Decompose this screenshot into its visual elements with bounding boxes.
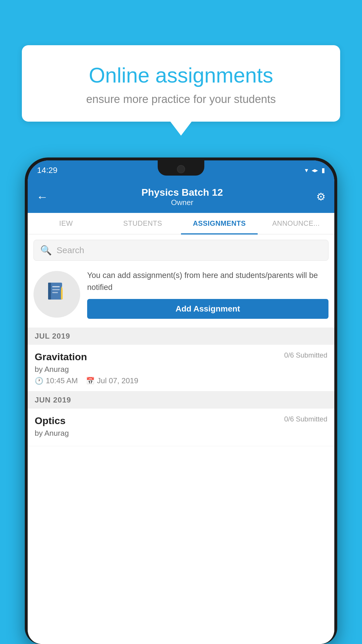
search-placeholder: Search: [57, 245, 84, 255]
signal-icon: ◂▸: [312, 167, 318, 174]
date-value: Jul 07, 2019: [97, 376, 138, 385]
promo-right: You can add assignment(s) from here and …: [87, 270, 328, 319]
time-value: 10:45 AM: [46, 376, 78, 385]
svg-rect-4: [52, 292, 58, 293]
owner-label: Owner: [141, 198, 223, 207]
add-assignment-promo: You can add assignment(s) from here and …: [34, 266, 328, 322]
search-bar[interactable]: 🔍 Search: [34, 240, 328, 261]
notebook-icon: [45, 280, 68, 308]
battery-icon: ▮: [321, 167, 325, 174]
assignment-item-optics[interactable]: Optics 0/6 Submitted by Anurag: [28, 409, 334, 446]
speech-bubble-subtitle: ensure more practice for your students: [42, 93, 320, 106]
scroll-content[interactable]: 🔍 Search: [28, 235, 334, 644]
status-time: 14:29: [37, 166, 57, 175]
assignment-item-gravitation[interactable]: Gravitation 0/6 Submitted by Anurag 🕐 10…: [28, 345, 334, 391]
app-content: 14:29 ▾ ◂▸ ▮ ← Physics Batch 12 Owner ⚙: [28, 160, 334, 644]
assignment-submitted-optics: 0/6 Submitted: [284, 415, 327, 423]
tab-iew[interactable]: IEW: [28, 213, 104, 234]
tab-assignments[interactable]: ASSIGNMENTS: [181, 213, 258, 234]
assignment-time: 🕐 10:45 AM: [35, 376, 78, 385]
section-header-jun: JUN 2019: [28, 391, 334, 409]
status-icons: ▾ ◂▸ ▮: [305, 167, 325, 174]
svg-rect-3: [52, 289, 60, 290]
promo-text: You can add assignment(s) from here and …: [87, 270, 328, 293]
speech-bubble: Online assignments ensure more practice …: [22, 45, 340, 122]
speech-bubble-container: Online assignments ensure more practice …: [22, 45, 340, 122]
assignment-meta-gravitation: 🕐 10:45 AM 📅 Jul 07, 2019: [35, 376, 327, 385]
speech-bubble-title: Online assignments: [42, 63, 320, 88]
clock-icon: 🕐: [35, 377, 43, 385]
back-button[interactable]: ←: [36, 190, 48, 204]
camera: [177, 165, 185, 173]
assignment-submitted-gravitation: 0/6 Submitted: [284, 351, 327, 359]
calendar-icon: 📅: [86, 377, 95, 385]
batch-title: Physics Batch 12: [141, 187, 223, 198]
app-header: ← Physics Batch 12 Owner ⚙: [28, 180, 334, 213]
search-icon: 🔍: [40, 245, 52, 256]
phone-inner: 14:29 ▾ ◂▸ ▮ ← Physics Batch 12 Owner ⚙: [28, 160, 334, 644]
assignment-date: 📅 Jul 07, 2019: [86, 376, 138, 385]
phone-frame: 14:29 ▾ ◂▸ ▮ ← Physics Batch 12 Owner ⚙: [25, 158, 337, 644]
tabs-bar: IEW STUDENTS ASSIGNMENTS ANNOUNCE...: [28, 213, 334, 235]
add-assignment-button[interactable]: Add Assignment: [87, 299, 328, 319]
svg-rect-5: [61, 289, 63, 300]
svg-rect-2: [52, 286, 60, 287]
assignment-by-gravitation: by Anurag: [35, 365, 327, 374]
wifi-icon: ▾: [305, 167, 308, 174]
assignment-title-optics: Optics: [35, 415, 66, 426]
settings-button[interactable]: ⚙: [316, 191, 326, 203]
phone-notch: [158, 160, 204, 176]
assignment-by-optics: by Anurag: [35, 429, 327, 438]
promo-icon-circle: [34, 271, 80, 318]
assignment-title-gravitation: Gravitation: [35, 351, 87, 363]
tab-announcements[interactable]: ANNOUNCE...: [258, 213, 334, 234]
assignment-top-row: Gravitation 0/6 Submitted: [35, 351, 327, 363]
section-header-jul: JUL 2019: [28, 328, 334, 345]
svg-rect-1: [48, 283, 51, 300]
tab-students[interactable]: STUDENTS: [104, 213, 181, 234]
header-title-area: Physics Batch 12 Owner: [141, 187, 223, 207]
assignment-top-row-optics: Optics 0/6 Submitted: [35, 415, 327, 426]
